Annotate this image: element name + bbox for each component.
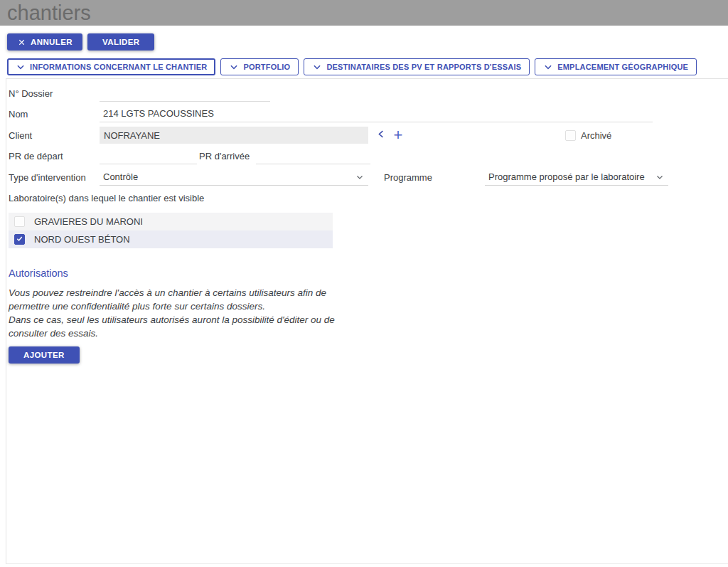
cancel-button-label: ANNULER [31, 38, 73, 46]
pr-arrivee-input[interactable] [256, 148, 370, 164]
archive-field: Archivé [565, 130, 611, 141]
tab-portfolio[interactable]: PORTFOLIO [220, 58, 299, 75]
tab-emplacement-geographique[interactable]: EMPLACEMENT GÉOGRAPHIQUE [535, 58, 697, 75]
chevron-down-icon [312, 62, 322, 72]
toolbar: ANNULER VALIDER [7, 33, 728, 51]
validate-button-label: VALIDER [102, 38, 139, 46]
nom-label: Nom [9, 109, 100, 120]
pr-depart-input[interactable] [100, 148, 197, 164]
chevron-down-icon [543, 62, 553, 72]
autorisations-description: Vous pouvez restreindre l'accès à un cha… [9, 286, 344, 340]
tab-label: EMPLACEMENT GÉOGRAPHIQUE [557, 63, 688, 71]
section-tabs: INFORMATIONS CONCERNANT LE CHANTIER PORT… [7, 58, 728, 75]
lab-label: NORD OUEST BÉTON [34, 234, 130, 245]
pr-row: PR de départ PR d'arrivée [9, 146, 728, 166]
type-intervention-value: Contrôle [103, 171, 138, 182]
dossier-row: N° Dossier [9, 83, 728, 104]
chevron-down-icon [16, 62, 26, 72]
pr-arrivee-label: PR d'arrivée [199, 151, 256, 161]
labs-list: GRAVIERES DU MARONI NORD OUEST BÉTON [9, 213, 333, 248]
tab-informations-chantier[interactable]: INFORMATIONS CONCERNANT LE CHANTIER [7, 58, 215, 75]
close-icon [17, 38, 26, 47]
autorisations-description-line: Dans ce cas, seul les utilisateurs autor… [9, 313, 344, 340]
chevron-down-icon [229, 62, 239, 72]
add-user-button[interactable]: AJOUTER [9, 346, 80, 364]
programme-value: Programme proposé par le laboratoire [488, 171, 645, 182]
tab-label: PORTFOLIO [243, 63, 290, 71]
plus-icon: + [394, 128, 403, 142]
client-label: Client [9, 130, 100, 141]
chevron-down-icon [655, 173, 664, 184]
chevron-down-icon [355, 173, 364, 184]
client-actions: + [374, 127, 405, 143]
page-title: chantiers [7, 0, 91, 26]
cancel-button[interactable]: ANNULER [7, 33, 82, 51]
autorisations-description-line: Vous pouvez restreindre l'accès à un cha… [9, 286, 344, 313]
lab-checkbox[interactable] [14, 234, 25, 245]
labs-section-label: Laboratoire(s) dans lequel le chantier e… [9, 193, 728, 208]
lab-label: GRAVIERES DU MARONI [34, 216, 143, 227]
client-field: NOFRAYANE [100, 127, 368, 144]
nom-row: Nom [9, 104, 728, 124]
tab-label: INFORMATIONS CONCERNANT LE CHANTIER [30, 63, 207, 71]
type-intervention-label: Type d'intervention [9, 172, 100, 183]
tab-destinataires-pv[interactable]: DESTINATAIRES DES PV ET RAPPORTS D'ESSAI… [304, 58, 530, 75]
pr-depart-label: PR de départ [9, 151, 100, 161]
archive-label: Archivé [581, 130, 611, 141]
client-add-button[interactable]: + [391, 127, 405, 143]
nom-input[interactable] [100, 106, 653, 122]
lab-checkbox[interactable] [14, 216, 25, 227]
archive-checkbox[interactable] [565, 130, 576, 141]
list-item[interactable]: GRAVIERES DU MARONI [9, 213, 333, 230]
programme-label: Programme [384, 172, 485, 183]
check-icon [16, 234, 23, 245]
dossier-input[interactable] [100, 85, 270, 102]
chevron-left-icon [376, 129, 387, 142]
validate-button[interactable]: VALIDER [87, 33, 154, 51]
add-button-label: AJOUTER [23, 351, 65, 359]
list-item[interactable]: NORD OUEST BÉTON [9, 230, 333, 248]
dossier-label: N° Dossier [9, 88, 100, 99]
add-button-row: AJOUTER [9, 346, 728, 364]
autorisations-title: Autorisations [9, 267, 728, 279]
chantier-form-panel: N° Dossier Nom Client NOFRAYANE + Archiv… [6, 78, 728, 564]
type-programme-row: Type d'intervention Contrôle Programme P… [9, 166, 728, 188]
client-row: Client NOFRAYANE + Archivé [9, 124, 728, 146]
type-intervention-select[interactable]: Contrôle [100, 169, 368, 186]
tab-label: DESTINATAIRES DES PV ET RAPPORTS D'ESSAI… [326, 63, 521, 71]
programme-select[interactable]: Programme proposé par le laboratoire [485, 169, 668, 186]
client-back-button[interactable] [374, 127, 388, 143]
page-header: chantiers [0, 0, 728, 26]
